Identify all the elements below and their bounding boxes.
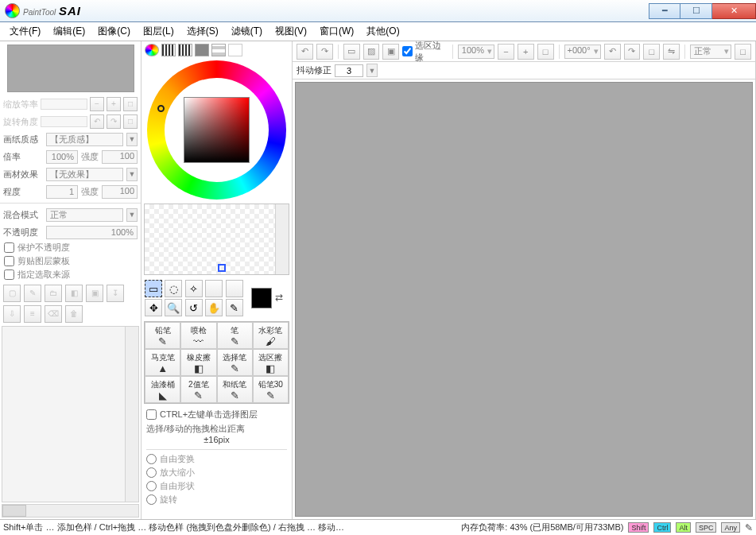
canvas-area[interactable] — [295, 82, 753, 517]
zoom-field[interactable]: 100% — [458, 45, 494, 59]
tab-swatches-icon[interactable] — [211, 44, 226, 56]
radio-free-transform[interactable] — [146, 454, 157, 464]
menu-edit[interactable]: 编辑(E) — [48, 23, 90, 40]
transform-radio-free[interactable]: 自由变换 — [146, 452, 287, 466]
new-linework-button[interactable]: ✎ — [24, 285, 41, 302]
ctrl-click-layer-checkbox[interactable] — [146, 409, 157, 420]
brush-选区擦[interactable]: 选区擦◧ — [253, 349, 289, 376]
swap-colors-icon[interactable]: ⇄ — [275, 292, 288, 304]
transform-radio-shape[interactable]: 自由形状 — [146, 479, 287, 493]
swatch-panel[interactable] — [144, 204, 289, 275]
menu-layer[interactable]: 图层(L) — [138, 23, 179, 40]
show-sel-button[interactable]: ▣ — [382, 44, 399, 60]
tab-scratchpad-icon[interactable] — [228, 44, 242, 56]
radio-scale[interactable] — [146, 467, 157, 478]
radio-rotate[interactable] — [146, 494, 157, 505]
rotate-cw-button[interactable]: ↷ — [624, 44, 641, 60]
new-folder-button[interactable]: 🗀 — [45, 285, 62, 302]
stabilizer-dropdown-icon[interactable]: ▼ — [366, 64, 378, 77]
clear-layer-button[interactable]: ⌫ — [45, 305, 62, 323]
nav-zoom-in-button[interactable]: + — [107, 97, 121, 111]
blend-dropdown[interactable]: 正常 — [690, 45, 731, 59]
transform-radio-scale[interactable]: 放大缩小 — [146, 466, 287, 479]
nav-zoom-out-button[interactable]: − — [90, 97, 104, 111]
nav-rotate-reset-button[interactable]: □ — [123, 114, 138, 129]
navigator-thumbnail[interactable] — [7, 45, 134, 92]
menu-select[interactable]: 选择(S) — [182, 23, 223, 40]
radio-free-shape[interactable] — [146, 481, 157, 491]
paper-texture-select[interactable]: 【无质感】 — [46, 133, 123, 146]
brush-选择笔[interactable]: 选择笔✎ — [217, 349, 253, 376]
stabilizer-value[interactable] — [335, 64, 363, 77]
brush-马克笔[interactable]: 马克笔▲ — [145, 349, 180, 376]
blend-mode-dropdown-icon[interactable]: ▼ — [126, 208, 138, 222]
menu-filter[interactable]: 滤镜(T) — [227, 23, 267, 40]
menu-other[interactable]: 其他(O) — [362, 23, 404, 40]
new-layer-button[interactable]: ▢ — [3, 285, 21, 302]
transform-radio-rotate[interactable]: 旋转 — [146, 493, 287, 506]
tool-color-picker[interactable]: ✎ — [226, 299, 243, 316]
nav-rotate-left-button[interactable]: ↶ — [90, 114, 104, 129]
menu-view[interactable]: 视图(V) — [270, 23, 312, 40]
brush-笔[interactable]: 笔✎ — [217, 322, 253, 349]
tool-hand[interactable]: ✋ — [205, 299, 223, 316]
paper-texture-dropdown-icon[interactable]: ▼ — [126, 133, 138, 146]
layer-list[interactable] — [2, 326, 139, 502]
zoom-fit-button[interactable]: □ — [537, 44, 554, 60]
opacity-value[interactable]: 100% — [46, 226, 138, 239]
menu-window[interactable]: 窗口(W) — [315, 23, 359, 40]
tab-gray-icon[interactable] — [195, 44, 209, 56]
tool-magic-wand[interactable]: ✧ — [185, 280, 203, 297]
tool-zoom[interactable]: 🔍 — [165, 299, 182, 316]
blend-mode-select[interactable]: 正常 — [46, 208, 123, 222]
drag-threshold-value[interactable]: ±16pix — [146, 435, 287, 447]
undo-button[interactable]: ↶ — [297, 44, 313, 60]
tool-rect-select[interactable]: ▭ — [145, 280, 162, 297]
rotate-reset-button[interactable]: □ — [643, 44, 660, 60]
paper-effect-select[interactable]: 【无效果】 — [46, 168, 123, 181]
layer-list-hscroll[interactable] — [2, 504, 139, 518]
maximize-button[interactable]: ☐ — [680, 3, 712, 19]
flip-h-button[interactable]: ⇋ — [663, 44, 680, 60]
blend-extra-button[interactable]: □ — [735, 44, 751, 60]
brush-铅笔30[interactable]: 铅笔30✎ — [253, 376, 289, 403]
close-button[interactable]: ✕ — [712, 3, 756, 19]
paper-effect-dropdown-icon[interactable]: ▼ — [126, 168, 138, 181]
menu-image[interactable]: 图像(C) — [93, 23, 135, 40]
brush-和纸笔[interactable]: 和纸笔✎ — [217, 376, 253, 403]
specify-source-row[interactable]: 指定选取来源 — [0, 268, 141, 281]
deselect-button[interactable]: ▭ — [343, 44, 360, 60]
delete-layer-button[interactable]: 🗑 — [65, 305, 83, 323]
nav-rotate-right-button[interactable]: ↷ — [107, 114, 121, 129]
paper-scale-value[interactable]: 100% — [46, 150, 78, 164]
redo-button[interactable]: ↷ — [316, 44, 333, 60]
color-wheel[interactable] — [147, 60, 286, 200]
clip-mask-row[interactable]: 剪贴图层蒙板 — [0, 254, 141, 268]
paper-scale-intensity[interactable]: 100 — [102, 150, 138, 164]
selection-edge-toggle[interactable]: 选区边缘 — [402, 40, 448, 64]
nav-zoom-slider[interactable] — [41, 99, 87, 110]
tool-rotate[interactable]: ↺ — [185, 299, 203, 316]
hue-ring-handle[interactable] — [157, 105, 165, 112]
specify-source-checkbox[interactable] — [4, 269, 14, 280]
flatten-button[interactable]: ≡ — [24, 305, 41, 323]
brush-橡皮擦[interactable]: 橡皮擦◧ — [180, 349, 216, 376]
nav-zoom-reset-button[interactable]: □ — [123, 97, 138, 111]
protect-alpha-row[interactable]: 保护不透明度 — [0, 241, 141, 254]
invert-sel-button[interactable]: ▨ — [363, 44, 380, 60]
merge-down-button[interactable]: ⇩ — [3, 305, 21, 323]
tool-lasso[interactable]: ◌ — [165, 280, 182, 297]
paper-degree-value[interactable]: 1 — [46, 185, 78, 199]
menu-file[interactable]: 文件(F) — [5, 23, 45, 40]
transfer-down-button[interactable]: ↧ — [107, 285, 124, 302]
swatch-scrollbar[interactable] — [275, 204, 289, 274]
tool-move[interactable]: ✥ — [145, 299, 162, 316]
clip-mask-checkbox[interactable] — [4, 256, 14, 266]
foreground-color[interactable] — [251, 288, 272, 308]
sv-square[interactable] — [184, 97, 250, 163]
tab-hsv-slider-icon[interactable] — [178, 44, 192, 56]
selection-edge-checkbox[interactable] — [402, 46, 413, 56]
layer-list-scrollbar[interactable] — [125, 327, 138, 502]
paper-degree-intensity[interactable]: 100 — [102, 185, 138, 199]
minimize-button[interactable]: ━ — [649, 3, 680, 19]
